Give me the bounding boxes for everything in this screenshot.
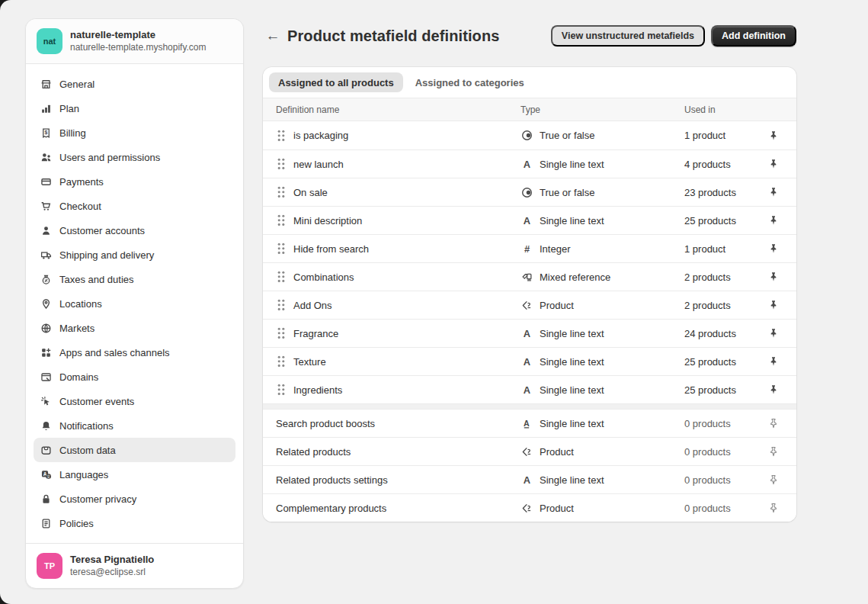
sidebar-item-icon	[40, 322, 52, 334]
sidebar-item-payments[interactable]: Payments	[34, 169, 235, 194]
pin-filled-icon	[768, 215, 779, 226]
pin-button-pinned[interactable]	[763, 323, 784, 344]
sidebar-item-languages[interactable]: A文 Languages	[34, 462, 235, 487]
type-label: True or false	[540, 187, 595, 198]
location-icon	[40, 298, 52, 310]
product-reference-icon	[520, 299, 533, 311]
text-icon: A	[521, 474, 533, 486]
type-label: Single line text	[540, 328, 604, 339]
sidebar-item-general[interactable]: General	[34, 72, 235, 96]
sidebar-item-icon	[40, 151, 52, 163]
sidebar-item-icon	[40, 175, 52, 188]
text-list-icon: A	[521, 418, 533, 429]
table-row[interactable]: Complementary products Product 0 product…	[263, 493, 796, 522]
sidebar-item-billing[interactable]: $ Billing	[34, 120, 235, 145]
drag-handle-icon[interactable]	[276, 214, 287, 226]
table-row[interactable]: Fragrance A Single line text 24 products	[263, 319, 796, 347]
table-row[interactable]: Related products settings A Single line …	[263, 465, 796, 493]
sidebar-item-checkout[interactable]: Checkout	[34, 194, 235, 218]
definition-name: Related products settings	[276, 474, 388, 486]
mixed-reference-icon	[520, 271, 533, 283]
drag-handle-icon[interactable]	[276, 327, 287, 339]
drag-handle-icon[interactable]	[276, 355, 287, 368]
globe-icon	[40, 323, 52, 334]
text-icon: A	[521, 384, 533, 396]
section-divider	[263, 403, 796, 409]
pin-button-pinned[interactable]	[763, 238, 784, 259]
drag-handle-icon[interactable]	[276, 243, 287, 255]
sidebar-item-icon	[40, 224, 52, 236]
sidebar-item-label: Locations	[59, 298, 102, 310]
definition-name: Fragrance	[293, 328, 338, 339]
table-row[interactable]: Search product boosts A Single line text…	[263, 409, 796, 437]
mixed-reference-icon	[521, 271, 533, 283]
sidebar-item-customer-accounts[interactable]: Customer accounts	[34, 218, 235, 243]
sidebar-item-icon	[40, 346, 52, 358]
sidebar-item-notifications[interactable]: Notifications	[34, 413, 235, 438]
sidebar-item-plan[interactable]: Plan	[34, 96, 235, 120]
sidebar-item-icon	[40, 395, 52, 407]
sidebar-item-shipping-and-delivery[interactable]: Shipping and delivery	[34, 243, 235, 267]
pin-button-pinned[interactable]	[763, 294, 784, 316]
sidebar-item-users-and-permissions[interactable]: Users and permissions	[34, 145, 235, 169]
sidebar-item-apps-and-sales-channels[interactable]: Apps and sales channels	[34, 340, 235, 365]
sidebar-item-domains[interactable]: Domains	[34, 365, 235, 389]
pin-button-pinned[interactable]	[763, 379, 784, 400]
pin-button-unpinned[interactable]	[763, 441, 784, 462]
view-unstructured-metafields-button[interactable]: View unstructured metafields	[551, 25, 705, 47]
sidebar-item-locations[interactable]: Locations	[34, 291, 235, 316]
drag-handle-icon[interactable]	[276, 384, 287, 396]
pin-filled-icon	[768, 384, 779, 395]
text-icon: A	[521, 356, 533, 368]
user-footer[interactable]: TP Teresa Pignatiello teresa@eclipse.srl	[26, 543, 243, 588]
sidebar-item-custom-data[interactable]: Custom data	[34, 438, 235, 462]
table-row[interactable]: Mini description A Single line text 25 p…	[263, 206, 796, 234]
table-row[interactable]: Ingredients A Single line text 25 produc…	[263, 375, 796, 403]
sidebar-item-customer-events[interactable]: Customer events	[34, 389, 235, 413]
pin-button-pinned[interactable]	[763, 266, 784, 288]
drag-handle-icon[interactable]	[276, 130, 287, 142]
sidebar-item-policies[interactable]: Policies	[34, 511, 235, 535]
drag-handle-icon[interactable]	[276, 186, 287, 198]
table-row[interactable]: Related products Product 0 products	[263, 437, 796, 465]
pin-button-unpinned[interactable]	[763, 497, 784, 519]
definition-name: Hide from search	[293, 243, 369, 255]
table-row[interactable]: Texture A Single line text 25 products	[263, 347, 796, 375]
pin-button-pinned[interactable]	[763, 351, 784, 372]
pin-button-pinned[interactable]	[763, 125, 784, 146]
tab-assigned-to-categories[interactable]: Assigned to categories	[406, 72, 533, 92]
sidebar-item-markets[interactable]: Markets	[34, 316, 235, 340]
type-label: Single line text	[540, 384, 604, 396]
tab-assigned-to-all-products[interactable]: Assigned to all products	[269, 72, 403, 92]
back-arrow-icon[interactable]: ←	[263, 26, 283, 46]
pin-button-pinned[interactable]	[763, 153, 784, 175]
drag-handle-icon	[276, 185, 287, 200]
pin-button-unpinned[interactable]	[763, 413, 784, 434]
definition-name: Search product boosts	[276, 418, 375, 429]
sidebar-item-label: Payments	[59, 176, 104, 188]
table-row[interactable]: is packaging True or false 1 product	[263, 121, 796, 149]
sidebar-item-customer-privacy[interactable]: Customer privacy	[34, 487, 235, 511]
drag-handle-icon	[276, 156, 287, 172]
table-row[interactable]: Combinations Mixed reference 2 products	[263, 262, 796, 291]
drag-handle-icon[interactable]	[276, 158, 287, 170]
drag-handle-icon[interactable]	[276, 299, 287, 311]
sidebar-item-icon	[40, 419, 52, 432]
add-definition-button[interactable]: Add definition	[711, 25, 796, 47]
sidebar-item-label: Taxes and duties	[59, 274, 134, 285]
number-icon: #	[520, 243, 533, 255]
table-row[interactable]: On sale True or false 23 products	[263, 178, 796, 206]
table-row[interactable]: Hide from search # Integer 1 product	[263, 234, 796, 262]
definition-name: On sale	[293, 187, 328, 198]
drag-handle-icon	[276, 241, 287, 256]
pin-button-unpinned[interactable]	[763, 469, 784, 490]
definition-name: Mini description	[293, 215, 362, 226]
sidebar-item-taxes-and-duties[interactable]: Taxes and duties	[34, 267, 235, 291]
pin-button-pinned[interactable]	[763, 182, 784, 203]
table-header: Definition name Type Used in	[263, 98, 796, 121]
pin-button-pinned[interactable]	[763, 210, 784, 231]
table-row[interactable]: new launch A Single line text 4 products	[263, 149, 796, 178]
billing-icon: $	[40, 127, 52, 139]
drag-handle-icon[interactable]	[276, 271, 287, 283]
table-row[interactable]: Add Ons Product 2 products	[263, 291, 796, 319]
